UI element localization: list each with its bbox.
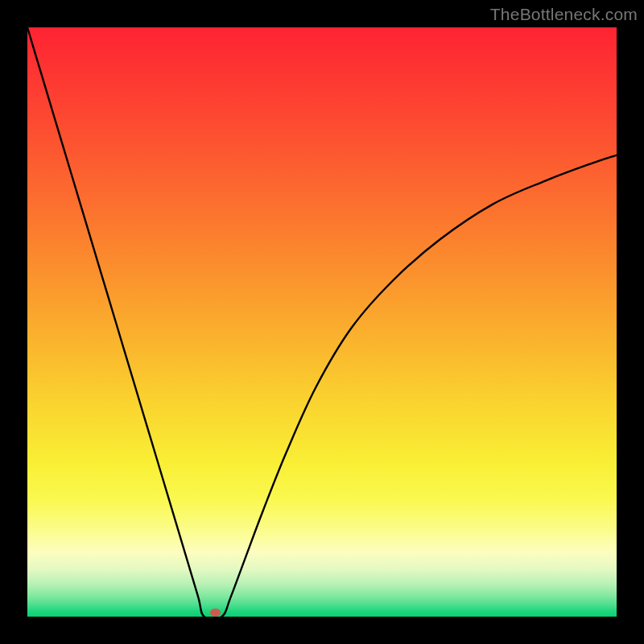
chart-frame: TheBottleneck.com xyxy=(0,0,644,644)
plot-area xyxy=(27,27,617,617)
watermark-text: TheBottleneck.com xyxy=(490,5,638,24)
bottleneck-curve xyxy=(27,27,617,617)
optimum-marker xyxy=(210,609,221,617)
curve-layer xyxy=(27,27,617,617)
